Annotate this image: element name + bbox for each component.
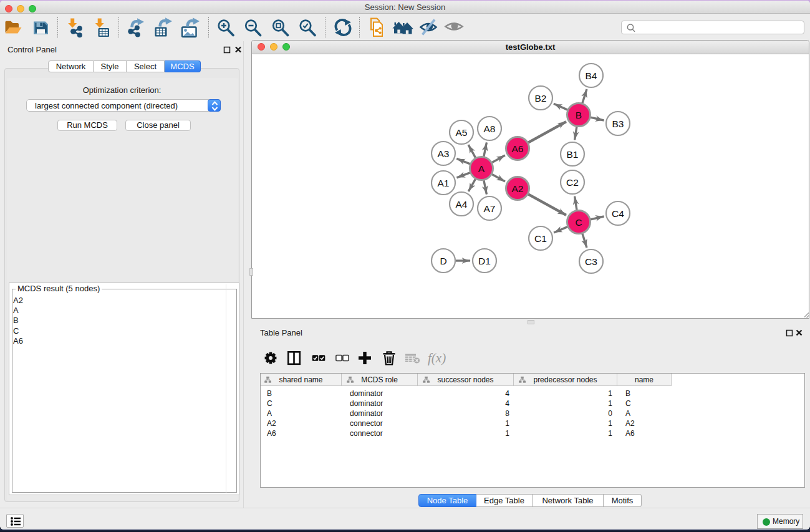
svg-text:f(x): f(x): [428, 351, 446, 365]
svg-text:A1: A1: [438, 178, 450, 188]
svg-text:A4: A4: [456, 199, 468, 210]
svg-text:D1: D1: [478, 256, 491, 266]
svg-text:A5: A5: [456, 127, 468, 138]
svg-text:A3: A3: [438, 148, 450, 159]
svg-text:A6: A6: [512, 143, 524, 154]
svg-text:D: D: [440, 256, 446, 266]
svg-text:B4: B4: [586, 70, 597, 81]
svg-text:A: A: [478, 163, 485, 174]
svg-text:C2: C2: [566, 177, 579, 188]
svg-text:B: B: [576, 110, 582, 120]
svg-text:A2: A2: [512, 183, 524, 194]
svg-text:A8: A8: [484, 123, 496, 134]
svg-text:A7: A7: [484, 203, 496, 214]
svg-text:C3: C3: [585, 256, 597, 267]
svg-text:C1: C1: [534, 233, 547, 244]
svg-text:B2: B2: [535, 93, 547, 104]
svg-text:B3: B3: [612, 118, 624, 129]
svg-text:B1: B1: [567, 149, 579, 160]
svg-text:C: C: [575, 217, 582, 228]
svg-text:C4: C4: [612, 208, 624, 219]
